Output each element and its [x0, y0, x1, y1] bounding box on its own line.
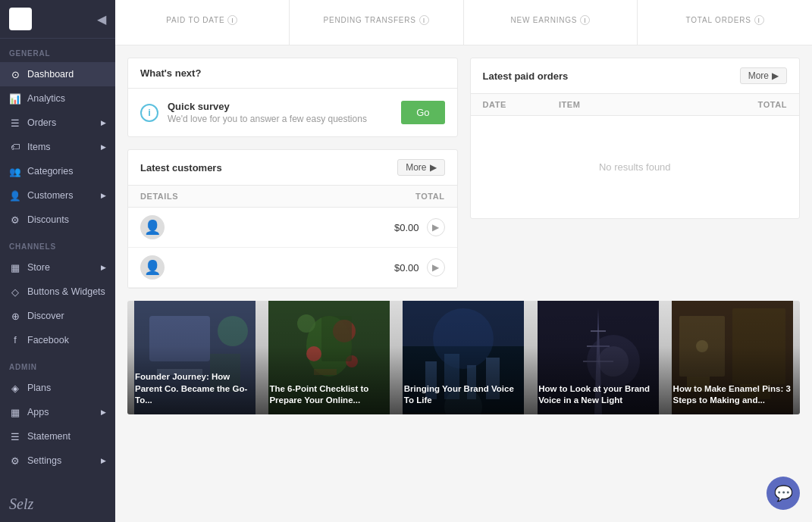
- sidebar-item-dashboard[interactable]: ⊙Dashboard: [0, 62, 115, 86]
- sidebar-item-label-analytics: Analytics: [27, 93, 65, 104]
- no-results-message: No results found: [471, 116, 800, 218]
- go-button[interactable]: Go: [401, 101, 444, 124]
- customer-row-0: 👤$0.00▶: [128, 208, 457, 248]
- customer-arrow-button-0[interactable]: ▶: [427, 218, 445, 236]
- sidebar-item-plans[interactable]: ◈Plans: [0, 376, 115, 400]
- blog-section: Founder Journey: How Parent Co. Became t…: [127, 301, 800, 414]
- chevron-right-icon: ▶: [101, 264, 106, 271]
- chevron-right-icon: ▶: [101, 408, 106, 416]
- stat-label-new-earnings: NEW EARNINGSi: [476, 15, 625, 25]
- discover-icon: ⊕: [9, 310, 21, 322]
- sidebar-item-discover[interactable]: ⊕Discover: [0, 304, 115, 328]
- sidebar: ◀ GENERAL⊙Dashboard📊Analytics☰Orders▶🏷It…: [0, 0, 115, 522]
- sidebar-sections: GENERAL⊙Dashboard📊Analytics☰Orders▶🏷Item…: [0, 39, 115, 473]
- sidebar-header: ◀: [0, 0, 115, 39]
- buttons-widgets-icon: ◇: [9, 286, 21, 298]
- blog-card-post-4[interactable]: How to Look at your Brand Voice in a New…: [531, 301, 665, 414]
- chevron-right-icon: ▶: [101, 457, 106, 464]
- col-details: Details: [140, 192, 293, 201]
- sidebar-item-label-categories: Categories: [27, 166, 73, 177]
- sidebar-item-label-orders: Orders: [27, 117, 56, 128]
- latest-customers-card: Latest customers More ▶ Details Total 👤$…: [127, 149, 458, 289]
- sidebar-item-items[interactable]: 🏷Items▶: [0, 135, 115, 159]
- blog-card-post-3[interactable]: Bringing Your Brand Voice To Life: [397, 301, 531, 414]
- sidebar-item-label-buttons-widgets: Buttons & Widgets: [27, 286, 105, 297]
- customers-rows: 👤$0.00▶👤$0.00▶: [128, 208, 457, 288]
- customer-total-0: $0.00: [394, 222, 419, 233]
- whats-next-body: i Quick survey We'd love for you to answ…: [128, 89, 457, 136]
- chevron-right-icon: ▶: [101, 143, 106, 151]
- blog-card-title-post-4: How to Look at your Brand Voice in a New…: [538, 383, 657, 407]
- sidebar-item-label-dashboard: Dashboard: [27, 69, 74, 80]
- stats-bar: PAID TO DATEiPENDING TRANSFERSiNEW EARNI…: [115, 0, 812, 45]
- chevron-right-icon: ▶: [101, 192, 106, 199]
- sidebar-item-statement[interactable]: ☰Statement: [0, 424, 115, 449]
- sidebar-footer: Selz: [0, 486, 115, 522]
- customer-arrow-button-1[interactable]: ▶: [427, 258, 445, 277]
- blog-card-post-2[interactable]: The 6-Point Checklist to Prepare Your On…: [262, 301, 396, 414]
- stat-label-pending-transfers: PENDING TRANSFERSi: [302, 15, 451, 25]
- sidebar-item-label-discover: Discover: [27, 311, 64, 321]
- customers-icon: 👤: [9, 189, 21, 202]
- sidebar-item-customers[interactable]: 👤Customers▶: [0, 183, 115, 208]
- sidebar-item-label-items: Items: [27, 142, 51, 152]
- main-grid: What's next? i Quick survey We'd love fo…: [127, 58, 800, 289]
- blog-card-title-post-1: Founder Journey: How Parent Co. Became t…: [135, 371, 254, 407]
- orders-table-header: Date Item Total: [471, 94, 800, 116]
- sidebar-item-label-settings: Settings: [27, 455, 61, 466]
- analytics-icon: 📊: [9, 92, 21, 105]
- chat-icon[interactable]: 💬: [767, 477, 800, 510]
- chevron-right-icon: ▶: [430, 162, 437, 173]
- blog-card-text-post-1: Founder Journey: How Parent Co. Became t…: [127, 364, 262, 414]
- items-icon: 🏷: [9, 141, 21, 153]
- store-logo: [9, 8, 32, 30]
- sidebar-item-apps[interactable]: ▦Apps▶: [0, 400, 115, 424]
- orders-more-button[interactable]: More ▶: [740, 67, 787, 84]
- survey-desc: We'd love for you to answer a few easy q…: [168, 114, 367, 124]
- blog-card-title-post-2: The 6-Point Checklist to Prepare Your On…: [269, 383, 388, 407]
- blog-card-text-post-5: How to Make Enamel Pins: 3 Steps to Maki…: [666, 376, 800, 414]
- settings-icon: ⚙: [9, 455, 21, 467]
- blog-card-post-5[interactable]: How to Make Enamel Pins: 3 Steps to Maki…: [666, 301, 800, 414]
- whats-next-header: What's next?: [128, 58, 457, 89]
- latest-orders-card: Latest paid orders More ▶ Date Item Tota…: [470, 58, 801, 219]
- blog-card-text-post-2: The 6-Point Checklist to Prepare Your On…: [262, 376, 396, 414]
- sidebar-toggle[interactable]: ◀: [97, 12, 106, 27]
- chevron-right-icon: ▶: [772, 70, 779, 81]
- blog-card-text-post-4: How to Look at your Brand Voice in a New…: [531, 376, 665, 414]
- sidebar-section-label-admin: ADMIN: [0, 352, 115, 376]
- sidebar-item-label-customers: Customers: [27, 190, 73, 201]
- sidebar-item-label-facebook: Facebook: [27, 335, 69, 345]
- avatar-1: 👤: [140, 255, 165, 280]
- left-column: What's next? i Quick survey We'd love fo…: [127, 58, 458, 289]
- sidebar-item-facebook[interactable]: fFacebook: [0, 328, 115, 352]
- orders-icon: ☰: [9, 117, 21, 129]
- stat-new-earnings: NEW EARNINGSi: [464, 0, 638, 45]
- plans-icon: ◈: [9, 382, 21, 394]
- discounts-icon: ⚙: [9, 214, 21, 226]
- sidebar-item-orders[interactable]: ☰Orders▶: [0, 111, 115, 135]
- sidebar-item-settings[interactable]: ⚙Settings▶: [0, 449, 115, 473]
- customers-header: Latest customers More ▶: [128, 150, 457, 186]
- selz-logo: Selz: [9, 495, 106, 513]
- sidebar-section-label-channels: CHANNELS: [0, 232, 115, 255]
- sidebar-item-label-statement: Statement: [27, 431, 71, 442]
- whats-next-card: What's next? i Quick survey We'd love fo…: [127, 58, 458, 137]
- sidebar-item-categories[interactable]: 👥Categories: [0, 159, 115, 183]
- customer-total-1: $0.00: [394, 262, 419, 274]
- sidebar-item-analytics[interactable]: 📊Analytics: [0, 86, 115, 111]
- customers-more-button[interactable]: More ▶: [397, 159, 444, 176]
- info-icon-new-earnings: i: [580, 15, 590, 25]
- main-content: PAID TO DATEiPENDING TRANSFERSiNEW EARNI…: [115, 0, 812, 522]
- sidebar-item-discounts[interactable]: ⚙Discounts: [0, 208, 115, 232]
- whats-next-title: What's next?: [140, 67, 201, 79]
- blog-card-text-post-3: Bringing Your Brand Voice To Life: [397, 376, 531, 414]
- chevron-right-icon: ▶: [101, 119, 106, 127]
- col-date: Date: [483, 100, 559, 109]
- orders-title: Latest paid orders: [483, 70, 569, 82]
- blog-card-post-1[interactable]: Founder Journey: How Parent Co. Became t…: [127, 301, 262, 414]
- statement-icon: ☰: [9, 430, 21, 442]
- sidebar-item-label-apps: Apps: [27, 407, 49, 417]
- sidebar-item-buttons-widgets[interactable]: ◇Buttons & Widgets: [0, 280, 115, 304]
- sidebar-item-store[interactable]: ▦Store▶: [0, 255, 115, 280]
